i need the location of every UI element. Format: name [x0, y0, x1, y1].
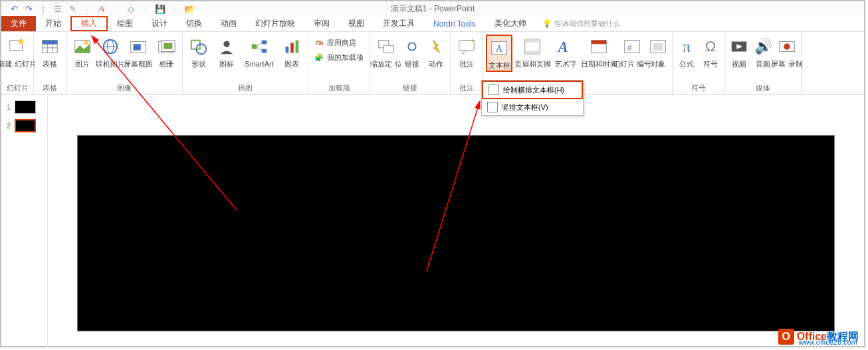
tab-insert[interactable]: 插入 [70, 16, 108, 31]
svg-text:A: A [557, 39, 568, 55]
canvas-area [48, 95, 864, 348]
svg-point-9 [84, 41, 88, 45]
screenshot-button[interactable]: +屏幕截图 [125, 35, 152, 69]
undo-icon[interactable]: ↶ [8, 3, 20, 15]
svg-rect-45 [653, 43, 663, 50]
group-illustrations: 形状 图标 SmartArt 图表 插图 [183, 32, 308, 94]
group-symbols: π公式 Ω符号 符号 [673, 32, 725, 94]
tab-transitions[interactable]: 切换 [177, 16, 211, 31]
online-pictures-button[interactable]: 联机图片 [97, 35, 124, 69]
tab-home[interactable]: 开始 [36, 16, 70, 31]
text-box-icon: A [488, 37, 510, 59]
ribbon-tabs: 文件 开始 插入 绘图 设计 切换 动画 幻灯片放映 审阅 视图 开发工具 No… [1, 16, 864, 32]
touch-icon[interactable]: ☰ [52, 3, 64, 15]
slide-thumbnails: 1 2 [1, 95, 48, 348]
format-icon[interactable]: ✎ [66, 3, 78, 15]
svg-rect-18 [163, 43, 172, 49]
recording-icon [776, 36, 798, 57]
group-images: 图片 联机图片 +屏幕截图 相册 图像 [66, 32, 183, 94]
video-button[interactable]: 视频 [728, 35, 750, 69]
shapes-button[interactable]: 形状 [185, 35, 212, 69]
ribbon: 新建 幻灯片 幻灯片 表格 表格 图片 联机图片 +屏幕截图 相册 图像 [1, 32, 864, 95]
group-comments: +批注 批注 [451, 32, 483, 94]
zoom-button[interactable]: 缩放定 位 [373, 35, 399, 69]
vtext-icon [487, 102, 498, 112]
header-footer-button[interactable]: 页眉和页脚 [514, 35, 551, 69]
workspace: 1 2 [1, 95, 864, 348]
save-icon[interactable]: 💾 [154, 3, 166, 15]
watermark-logo: O [778, 329, 794, 345]
album-icon [156, 36, 177, 57]
equation-button[interactable]: π公式 [675, 35, 698, 69]
audio-icon: 🔊 [752, 36, 774, 57]
comment-button[interactable]: +批注 [453, 35, 480, 69]
svg-text:#: # [627, 43, 633, 53]
tab-beautify[interactable]: 美化大师 [485, 16, 536, 31]
pictures-button[interactable]: 图片 [69, 35, 96, 69]
thumb-preview-1 [15, 100, 36, 114]
open-icon[interactable]: 📂 [183, 3, 195, 15]
app-title: 演示文稿1 - PowerPoint [391, 3, 475, 15]
group-links: 缩放定 位 链接 动作 链接 [370, 32, 451, 94]
bulb-icon: 💡 [542, 19, 552, 28]
svg-line-25 [257, 42, 262, 47]
svg-rect-14 [134, 44, 141, 50]
shape-icon[interactable]: ◇ [125, 3, 137, 15]
font-icon[interactable]: A [96, 3, 108, 15]
new-slide-button[interactable]: 新建 幻灯片 [4, 35, 31, 69]
svg-rect-23 [262, 41, 267, 45]
current-slide[interactable] [77, 135, 835, 331]
tab-draw[interactable]: 绘图 [108, 16, 142, 31]
shapes-icon [188, 36, 209, 57]
tab-view[interactable]: 视图 [339, 16, 374, 31]
equation-icon: π [676, 36, 697, 57]
icons-icon [216, 36, 237, 57]
action-icon [425, 36, 447, 57]
thumbnail-2[interactable]: 2 [4, 119, 45, 132]
symbol-button[interactable]: Ω符号 [699, 35, 722, 69]
text-box-button[interactable]: A文本框 [486, 35, 512, 72]
qat-sep: | [37, 3, 49, 15]
watermark: O Office教程网 www.office26.com [778, 329, 859, 345]
object-button[interactable]: 对象 [647, 35, 669, 69]
date-time-icon [588, 36, 609, 57]
redo-icon[interactable]: ↷ [23, 3, 35, 15]
tab-review[interactable]: 审阅 [304, 16, 339, 31]
date-time-button[interactable]: 日期和时间 [580, 35, 617, 69]
wordart-button[interactable]: A艺术字 [552, 35, 579, 69]
svg-rect-31 [383, 45, 393, 53]
screenshot-icon: + [128, 36, 149, 57]
photo-album-button[interactable]: 相册 [153, 35, 179, 69]
tab-developer[interactable]: 开发工具 [374, 16, 424, 31]
tell-me[interactable]: 💡 告诉我你想要做什么 [536, 16, 620, 31]
action-button[interactable]: 动作 [425, 35, 447, 69]
svg-rect-41 [592, 41, 607, 45]
vertical-text-box-option[interactable]: 竖排文本框(V) [482, 99, 583, 115]
svg-point-1 [19, 39, 24, 45]
tab-nordri[interactable]: Nordri Tools [424, 16, 485, 31]
zoom-icon [376, 36, 397, 57]
table-button[interactable]: 表格 [37, 35, 63, 69]
icons-button[interactable]: 图标 [213, 35, 240, 69]
my-addins-button[interactable]: 🧩我的加载项 [311, 51, 367, 64]
tab-design[interactable]: 设计 [142, 16, 177, 31]
tab-slideshow[interactable]: 幻灯片放映 [246, 16, 304, 31]
store-button[interactable]: 🛍应用商店 [311, 36, 367, 49]
horizontal-text-box-option[interactable]: 绘制横排文本框(H) [482, 81, 583, 99]
screen-recording-button[interactable]: 屏幕 录制 [776, 35, 798, 69]
smartart-button[interactable]: SmartArt [241, 35, 277, 69]
svg-text:+: + [471, 37, 475, 44]
svg-rect-28 [290, 43, 294, 53]
link-button[interactable]: 链接 [401, 35, 423, 69]
svg-rect-37 [525, 39, 540, 43]
slide-number-button[interactable]: #幻灯片 编号 [619, 35, 645, 69]
tab-animations[interactable]: 动画 [211, 16, 246, 31]
chart-button[interactable]: 图表 [278, 35, 305, 69]
group-media: 视频 🔊音频 屏幕 录制 媒体 [725, 32, 802, 94]
thumbnail-1[interactable]: 1 [4, 100, 45, 114]
svg-text:A: A [495, 43, 502, 54]
tab-file[interactable]: 文件 [1, 16, 36, 31]
group-tables: 表格 表格 [34, 32, 66, 94]
svg-rect-24 [262, 49, 267, 53]
slide-number-icon: # [621, 36, 643, 57]
